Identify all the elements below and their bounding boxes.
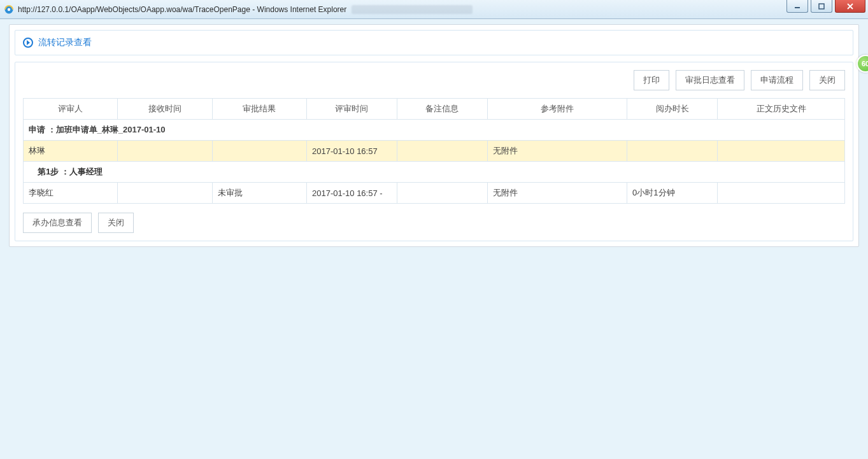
cell-reviewer: 林琳 [24,141,118,162]
col-receive-time: 接收时间 [118,99,212,120]
window-title: http://127.0.0.1/OAapp/WebObjects/OAapp.… [18,5,346,14]
page-title: 流转记录查看 [38,37,92,48]
col-review-time: 评审时间 [307,99,397,120]
window-titlebar: http://127.0.0.1/OAapp/WebObjects/OAapp.… [0,0,868,19]
cell-reviewer: 李晓红 [24,183,118,204]
cell-receive [118,141,212,162]
page-card: 流转记录查看 打印 审批日志查看 申请流程 关闭 申请 ：加班申请单_林琳_20… [9,24,859,247]
ie-icon [4,4,14,15]
col-duration: 阅办时长 [627,99,718,120]
cell-result: 未审批 [212,183,306,204]
trace-table: 申请 ：加班申请单_林琳_2017-01-10 评审人 接收时间 审批结果 评审… [23,98,845,204]
col-history-file: 正文历史文件 [718,99,845,120]
cell-duration: 0小时1分钟 [627,183,718,204]
minimize-button[interactable] [786,0,808,13]
cell-remark [397,183,487,204]
cell-duration [627,141,718,162]
table-title: 申请 ：加班申请单_林琳_2017-01-10 [24,120,845,141]
close-button[interactable]: 关闭 [809,70,845,90]
cell-history [718,183,845,204]
col-remark: 备注信息 [397,99,487,120]
apply-flow-button[interactable]: 申请流程 [751,70,803,90]
window-controls [786,0,865,13]
cell-review-time: 2017-01-10 16:57 - [307,183,397,204]
audit-log-button[interactable]: 审批日志查看 [676,70,744,90]
handle-info-button[interactable]: 承办信息查看 [23,213,92,233]
content-card: 打印 审批日志查看 申请流程 关闭 申请 ：加班申请单_林琳_2017-01-1… [15,62,853,241]
footer-actions: 承办信息查看 关闭 [23,213,845,233]
maximize-button[interactable] [811,0,832,13]
col-reviewer: 评审人 [24,99,118,120]
cell-remark [397,141,487,162]
top-toolbar: 打印 审批日志查看 申请流程 关闭 [23,70,845,90]
title-blur [352,5,473,14]
table-header-row: 评审人 接收时间 审批结果 评审时间 备注信息 参考附件 阅办时长 正文历史文件 [24,99,845,120]
col-result: 审批结果 [212,99,306,120]
cell-attachment: 无附件 [487,141,627,162]
print-button[interactable]: 打印 [634,70,669,90]
cell-history [718,141,845,162]
svg-point-1 [8,8,10,10]
cell-receive [118,183,212,204]
cell-review-time: 2017-01-10 16:57 [307,141,397,162]
close-window-button[interactable] [835,0,865,13]
arrow-right-circle-icon [23,38,33,48]
col-attachment: 参考附件 [487,99,627,120]
step-row: 第1步 ：人事经理 [24,162,845,183]
step-label: 第1步 ：人事经理 [38,167,103,176]
footer-close-button[interactable]: 关闭 [98,213,134,233]
table-title-row: 申请 ：加班申请单_林琳_2017-01-10 [24,120,845,141]
svg-rect-3 [819,4,824,9]
table-row: 林琳 2017-01-10 16:57 无附件 [24,141,845,162]
table-row: 李晓红 未审批 2017-01-10 16:57 - 无附件 0小时1分钟 [24,183,845,204]
cell-result [212,141,306,162]
page-header: 流转记录查看 [15,30,853,55]
bubble-text: 60 [862,60,868,67]
cell-attachment: 无附件 [487,183,627,204]
viewport: 流转记录查看 打印 审批日志查看 申请流程 关闭 申请 ：加班申请单_林琳_20… [0,19,868,459]
